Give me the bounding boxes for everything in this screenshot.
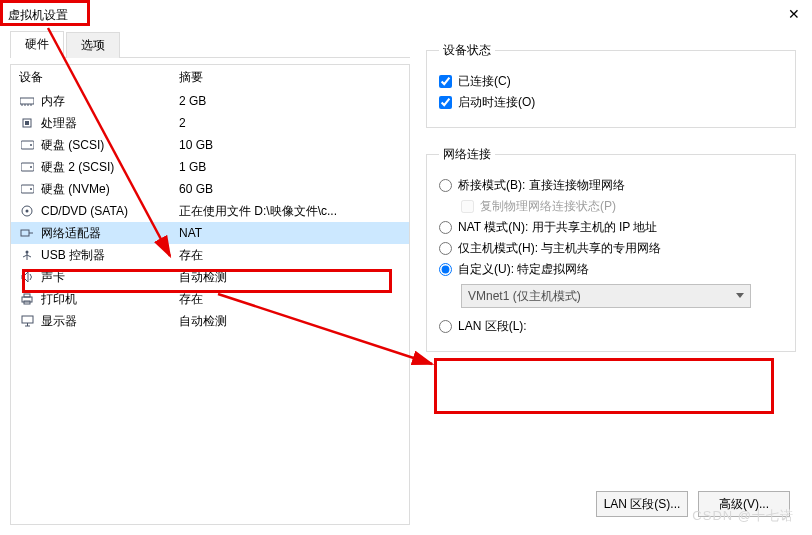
svg-rect-7 — [21, 141, 34, 149]
left-panel: 硬件 选项 设备 摘要 内存 2 GB 处理器 2 硬盘 (SCSI) — [10, 30, 410, 525]
disk-icon — [19, 159, 35, 175]
dropdown-custom-vmnet[interactable]: VMnet1 (仅主机模式) — [461, 284, 751, 308]
col-device: 设备 — [19, 69, 179, 86]
radio-nat[interactable]: NAT 模式(N): 用于共享主机的 IP 地址 — [439, 219, 783, 236]
device-list: 设备 摘要 内存 2 GB 处理器 2 硬盘 (SCSI) 10 GB — [10, 64, 410, 525]
device-row-disk[interactable]: 硬盘 2 (SCSI) 1 GB — [11, 156, 409, 178]
svg-rect-11 — [21, 185, 34, 193]
svg-point-12 — [30, 188, 32, 190]
device-row-disk[interactable]: 硬盘 (NVMe) 60 GB — [11, 178, 409, 200]
checkbox-connect-power[interactable]: 启动时连接(O) — [439, 94, 783, 111]
group-device-state: 设备状态 已连接(C) 启动时连接(O) — [426, 42, 796, 128]
svg-rect-15 — [21, 230, 29, 236]
device-row-cd[interactable]: CD/DVD (SATA) 正在使用文件 D:\映像文件\c... — [11, 200, 409, 222]
radio-custom[interactable]: 自定义(U): 特定虚拟网络 — [439, 261, 783, 278]
checkbox-replicate: 复制物理网络连接状态(P) — [461, 198, 783, 215]
disk-icon — [19, 181, 35, 197]
device-row-cpu[interactable]: 处理器 2 — [11, 112, 409, 134]
device-row-disk[interactable]: 硬盘 (SCSI) 10 GB — [11, 134, 409, 156]
svg-line-20 — [27, 255, 31, 257]
right-panel: 设备状态 已连接(C) 启动时连接(O) 网络连接 桥接模式(B): 直接连接物… — [410, 30, 802, 525]
svg-line-19 — [23, 255, 27, 257]
usb-icon — [19, 247, 35, 263]
chevron-down-icon — [736, 293, 744, 298]
svg-rect-6 — [25, 121, 29, 125]
radio-nat-input[interactable] — [439, 221, 452, 234]
checkbox-connected-box[interactable] — [439, 75, 452, 88]
device-row-display[interactable]: 显示器 自动检测 — [11, 310, 409, 332]
radio-custom-input[interactable] — [439, 263, 452, 276]
device-row-printer[interactable]: 打印机 存在 — [11, 288, 409, 310]
network-icon — [19, 225, 35, 241]
col-summary: 摘要 — [179, 69, 401, 86]
title-bar: 虚拟机设置 ✕ — [0, 0, 812, 30]
tabs: 硬件 选项 — [10, 30, 410, 58]
legend-state: 设备状态 — [439, 42, 495, 59]
device-row-network[interactable]: 网络适配器 NAT — [11, 222, 409, 244]
content: 硬件 选项 设备 摘要 内存 2 GB 处理器 2 硬盘 (SCSI) — [0, 30, 812, 535]
svg-rect-25 — [22, 316, 33, 323]
group-network: 网络连接 桥接模式(B): 直接连接物理网络 复制物理网络连接状态(P) NAT… — [426, 146, 796, 352]
radio-lan-input[interactable] — [439, 320, 452, 333]
legend-network: 网络连接 — [439, 146, 495, 163]
cd-icon — [19, 203, 35, 219]
device-list-header: 设备 摘要 — [11, 65, 409, 90]
svg-rect-9 — [21, 163, 34, 171]
svg-marker-21 — [22, 272, 28, 282]
memory-icon — [19, 93, 35, 109]
svg-point-8 — [30, 144, 32, 146]
device-row-memory[interactable]: 内存 2 GB — [11, 90, 409, 112]
close-icon[interactable]: ✕ — [788, 6, 800, 22]
checkbox-connect-power-box[interactable] — [439, 96, 452, 109]
display-icon — [19, 313, 35, 329]
device-row-sound[interactable]: 声卡 自动检测 — [11, 266, 409, 288]
svg-point-10 — [30, 166, 32, 168]
cpu-icon — [19, 115, 35, 131]
disk-icon — [19, 137, 35, 153]
svg-point-14 — [26, 210, 29, 213]
device-row-usb[interactable]: USB 控制器 存在 — [11, 244, 409, 266]
window-title: 虚拟机设置 — [8, 7, 68, 24]
printer-icon — [19, 291, 35, 307]
radio-bridged-input[interactable] — [439, 179, 452, 192]
tab-options[interactable]: 选项 — [66, 32, 120, 58]
svg-rect-23 — [24, 294, 30, 297]
radio-lan-segment[interactable]: LAN 区段(L): — [439, 318, 783, 335]
sound-icon — [19, 269, 35, 285]
svg-rect-0 — [20, 98, 34, 104]
checkbox-replicate-box — [461, 200, 474, 213]
checkbox-connected[interactable]: 已连接(C) — [439, 73, 783, 90]
lan-segments-button[interactable]: LAN 区段(S)... — [596, 491, 688, 517]
radio-hostonly[interactable]: 仅主机模式(H): 与主机共享的专用网络 — [439, 240, 783, 257]
tab-hardware[interactable]: 硬件 — [10, 31, 64, 58]
radio-bridged[interactable]: 桥接模式(B): 直接连接物理网络 — [439, 177, 783, 194]
radio-hostonly-input[interactable] — [439, 242, 452, 255]
watermark: CSDN @十七诺 — [692, 507, 794, 525]
